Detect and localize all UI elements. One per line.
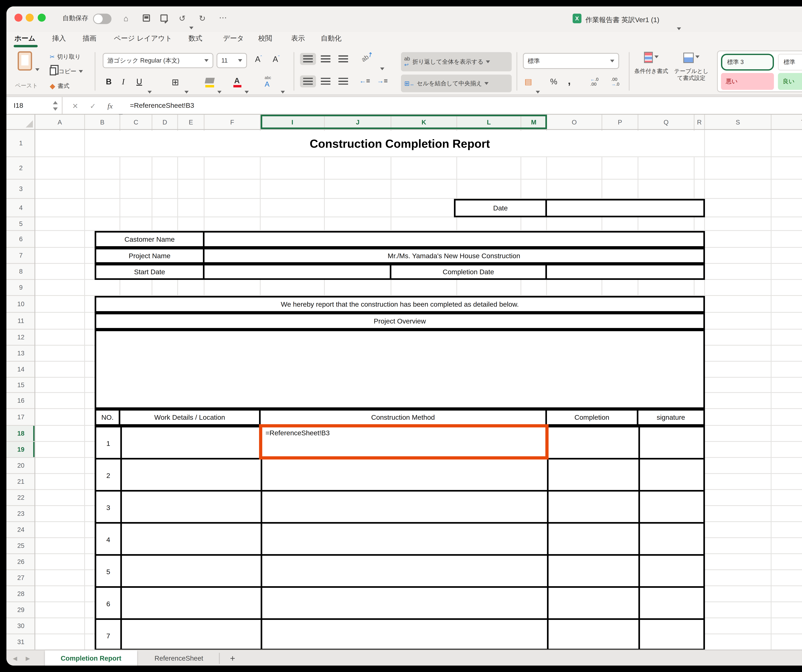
row-header-19[interactable]: 19 <box>6 442 35 458</box>
conditional-formatting-button[interactable]: 条件付き書式 <box>634 51 669 74</box>
percent-style-button[interactable]: % <box>550 77 557 86</box>
row-header-11[interactable]: 11 <box>6 313 35 330</box>
row-header-8[interactable]: 8 <box>6 264 35 280</box>
phonetic-guide-icon[interactable]: abcA <box>265 75 271 88</box>
work-row-number-1[interactable]: 1 <box>96 427 120 459</box>
tab-view[interactable]: 表示 <box>291 34 305 43</box>
column-header-A[interactable]: A <box>35 115 85 130</box>
tab-page-layout[interactable]: ページ レイアウト <box>114 34 172 43</box>
row-header-31[interactable]: 31 <box>6 634 35 649</box>
row-header-7[interactable]: 7 <box>6 248 35 264</box>
number-format-select[interactable]: 標準 <box>523 53 619 69</box>
declaration-cell[interactable]: We hereby report that the construction h… <box>95 296 705 313</box>
italic-button[interactable]: I <box>122 77 125 86</box>
add-sheet-button[interactable]: + <box>226 650 239 666</box>
row-header-1[interactable]: 1 <box>6 130 35 157</box>
next-sheet-arrow[interactable]: ▶ <box>26 655 30 662</box>
column-header-B[interactable]: B <box>85 115 120 130</box>
row-header-28[interactable]: 28 <box>6 586 35 602</box>
column-header-L[interactable]: L <box>457 115 521 130</box>
redo-icon[interactable]: ↻ <box>199 15 205 23</box>
insert-function-icon[interactable]: fx <box>107 102 113 110</box>
column-header-Q[interactable]: Q <box>639 115 695 130</box>
completion-date-label-cell[interactable]: Completion Date <box>391 265 547 278</box>
row-header-15[interactable]: 15 <box>6 378 35 393</box>
column-header-O[interactable]: O <box>547 115 602 130</box>
underline-chevron[interactable] <box>147 82 152 97</box>
work-row-number-2[interactable]: 2 <box>96 459 120 491</box>
accounting-chevron[interactable] <box>536 82 540 97</box>
row-header-20[interactable]: 20 <box>6 458 35 474</box>
tab-automate[interactable]: 自動化 <box>321 34 341 43</box>
tab-insert[interactable]: 挿入 <box>52 34 66 43</box>
column-header-F[interactable]: F <box>205 115 260 130</box>
sheet-tab-completion-report[interactable]: Completion Report <box>45 650 137 666</box>
name-box-down-stepper[interactable] <box>53 107 58 111</box>
row-header-12[interactable]: 12 <box>6 330 35 346</box>
report-title-cell[interactable]: Construction Completion Report <box>95 131 704 157</box>
tab-data[interactable]: データ <box>223 34 244 43</box>
overview-label-cell[interactable]: Project Overview <box>95 313 705 330</box>
font-color-chevron[interactable] <box>244 82 249 97</box>
date-value-cell[interactable] <box>547 200 703 216</box>
document-title[interactable]: 作業報告書 英訳Ver1 (1) <box>585 15 660 24</box>
sheet-grid[interactable]: Construction Completion Report Date Cast… <box>35 130 802 649</box>
row-header-14[interactable]: 14 <box>6 362 35 378</box>
cut-button[interactable]: ✂切り取り <box>50 53 81 61</box>
col-no-header[interactable]: NO. <box>96 410 120 424</box>
name-box[interactable]: I18 <box>6 97 63 114</box>
phonetic-chevron[interactable] <box>281 82 285 97</box>
select-all-corner[interactable] <box>6 115 35 130</box>
column-header-D[interactable]: D <box>152 115 178 130</box>
row-header-21[interactable]: 21 <box>6 474 35 490</box>
fill-color-icon[interactable] <box>205 78 215 83</box>
project-label-cell[interactable]: Project Name <box>96 249 205 262</box>
increase-font-icon[interactable]: Aˆ <box>255 55 262 64</box>
undo-icon[interactable]: ↺ <box>179 15 186 23</box>
overview-content-cell[interactable] <box>95 330 705 409</box>
more-commands-icon[interactable]: ⋯ <box>219 14 228 22</box>
col-method-header[interactable]: Construction Method <box>260 410 547 424</box>
paste-icon[interactable] <box>18 51 32 71</box>
work-row-number-5[interactable]: 5 <box>96 556 120 588</box>
row-header-27[interactable]: 27 <box>6 570 35 586</box>
sheet-tab-referencesheet[interactable]: ReferenceSheet <box>143 650 215 666</box>
row-header-18[interactable]: 18 <box>6 426 35 442</box>
row-header-17[interactable]: 17 <box>6 409 35 426</box>
cancel-entry-icon[interactable]: ✕ <box>72 102 78 110</box>
home-icon[interactable]: ⌂ <box>123 15 128 23</box>
font-name-select[interactable]: 游ゴシック Regular (本文) <box>103 53 213 68</box>
column-header-P[interactable]: P <box>602 115 639 130</box>
style-bad[interactable]: 悪い <box>721 73 774 90</box>
column-header-R[interactable]: R <box>695 115 705 130</box>
column-header-M[interactable]: M <box>521 115 547 130</box>
orientation-chevron[interactable] <box>380 58 384 73</box>
style-good[interactable]: 良い <box>778 73 802 90</box>
undo-menu-chevron[interactable] <box>189 18 194 32</box>
completion-date-value-cell[interactable] <box>547 265 703 278</box>
tab-draw[interactable]: 描画 <box>82 34 96 43</box>
row-header-4[interactable]: 4 <box>6 199 35 217</box>
col-workdetails-header[interactable]: Work Details / Location <box>120 410 260 424</box>
borders-icon[interactable]: ⊞ <box>171 77 179 87</box>
row-header-13[interactable]: 13 <box>6 346 35 362</box>
confirm-entry-icon[interactable]: ✓ <box>90 102 96 110</box>
tab-home[interactable]: ホーム <box>15 34 36 43</box>
row-header-29[interactable]: 29 <box>6 602 35 618</box>
row-header-3[interactable]: 3 <box>6 179 35 199</box>
col-completion-header[interactable]: Completion <box>547 410 639 424</box>
zoom-window-button[interactable] <box>38 14 46 22</box>
autosave-toggle[interactable] <box>93 14 112 24</box>
name-box-up-stepper[interactable] <box>53 101 58 104</box>
column-header-C[interactable]: C <box>120 115 152 130</box>
row-header-23[interactable]: 23 <box>6 506 35 522</box>
borders-chevron[interactable] <box>184 82 189 97</box>
row-header-22[interactable]: 22 <box>6 490 35 506</box>
paste-chevron[interactable] <box>35 59 39 74</box>
comma-style-button[interactable]: , <box>568 74 571 87</box>
work-row-number-4[interactable]: 4 <box>96 523 120 556</box>
project-value-cell[interactable]: Mr./Ms. Yamada's New House Construction <box>205 249 703 262</box>
date-label-cell[interactable]: Date <box>456 200 547 216</box>
merge-center-button[interactable]: ⊞↔セルを結合して中央揃え <box>401 74 512 92</box>
bold-button[interactable]: B <box>106 77 112 86</box>
